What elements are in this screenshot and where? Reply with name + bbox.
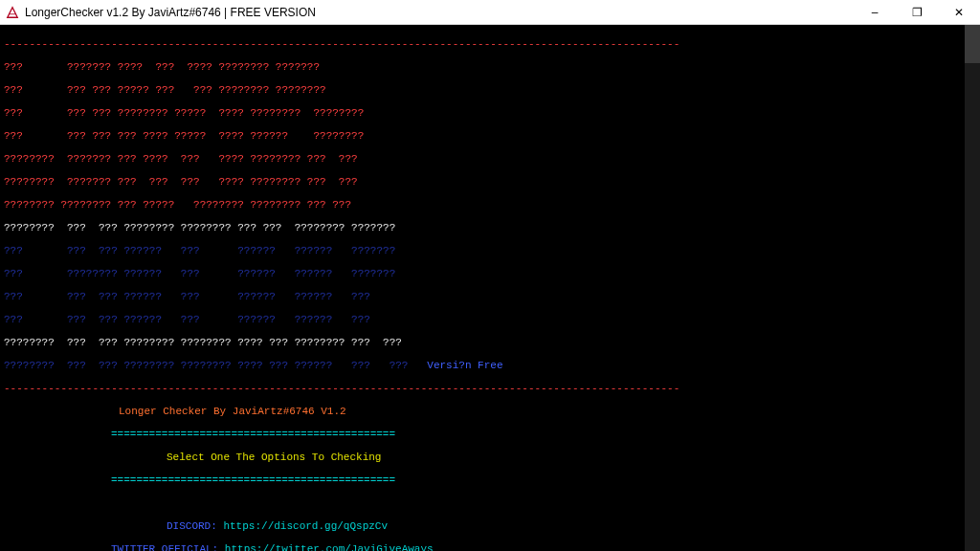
twitter-line: TWITTER OFFICIAL: https://twitter.com/Ja… bbox=[4, 543, 976, 551]
discord-url: https://discord.gg/qQspzCv bbox=[223, 520, 388, 532]
ascii-row: ???????? ??????? ??? ??? ??? ???? ??????… bbox=[4, 176, 976, 187]
ascii-row: ???????? ???????? ??? ????? ???????? ???… bbox=[4, 199, 976, 210]
ascii-row: ??? ??? ??? ????? ??? ??? ???????? ?????… bbox=[4, 84, 976, 96]
window-titlebar: LongerChecker v1.2 By JaviArtz#6746 | FR… bbox=[0, 0, 980, 25]
console-area: ----------------------------------------… bbox=[0, 25, 980, 551]
eq-line: ========================================… bbox=[4, 429, 976, 440]
ascii-row: ??? ??? ??? ?????? ??? ?????? ?????? ??? bbox=[4, 291, 976, 302]
ascii-row: ???????? ??? ??? ???????? ???????? ???? … bbox=[4, 360, 976, 371]
ascii-row: ??? ??? ??? ???????? ????? ???? ????????… bbox=[4, 107, 976, 119]
ascii-row: ??? ??? ??? ??? ???? ????? ???? ?????? ?… bbox=[4, 130, 976, 142]
ascii-row: ???????? ??????? ??? ???? ??? ???? ?????… bbox=[4, 153, 976, 165]
ascii-row: ??? ??? ??? ?????? ??? ?????? ?????? ??? bbox=[4, 314, 976, 325]
ascii-row: ??? ??? ??? ?????? ??? ?????? ?????? ???… bbox=[4, 245, 976, 256]
ascii-row: ??? ??????? ???? ??? ???? ???????? ?????… bbox=[4, 61, 976, 73]
scrollbar-thumb[interactable] bbox=[965, 25, 980, 63]
twitter-label: TWITTER OFFICIAL: bbox=[111, 543, 225, 551]
ascii-row: ???????? ??? ??? ???????? ???????? ???? … bbox=[4, 337, 976, 348]
header-line-1: Longer Checker By JaviArtz#6746 V1.2 bbox=[4, 406, 976, 417]
discord-label: DISCORD: bbox=[167, 520, 223, 532]
header-line-2: Select One The Options To Checking bbox=[4, 452, 976, 463]
eq-line: ========================================… bbox=[4, 474, 976, 486]
maximize-button[interactable]: ❐ bbox=[896, 0, 938, 25]
ascii-row: ???????? ??? ??? ???????? ???????? ??? ?… bbox=[4, 222, 976, 233]
dash-line-bottom: ----------------------------------------… bbox=[4, 383, 976, 394]
ascii-row: ??? ???????? ?????? ??? ?????? ?????? ??… bbox=[4, 268, 976, 279]
window-title: LongerChecker v1.2 By JaviArtz#6746 | FR… bbox=[25, 6, 316, 19]
minimize-button[interactable]: – bbox=[854, 0, 896, 25]
blank-line bbox=[4, 497, 976, 509]
discord-line: DISCORD: https://discord.gg/qQspzCv bbox=[4, 520, 976, 532]
twitter-url: https://twitter.com/JaviGiveAways bbox=[225, 543, 434, 551]
ascii-seg: ???????? ??? ??? ???????? ???????? ???? … bbox=[4, 360, 408, 371]
close-button[interactable]: ✕ bbox=[938, 0, 980, 25]
dash-line-top: ----------------------------------------… bbox=[4, 38, 976, 50]
version-tag: Versi?n Free bbox=[427, 360, 502, 371]
vertical-scrollbar[interactable] bbox=[965, 25, 980, 551]
app-icon bbox=[6, 6, 19, 19]
window-buttons: – ❐ ✕ bbox=[854, 0, 980, 25]
